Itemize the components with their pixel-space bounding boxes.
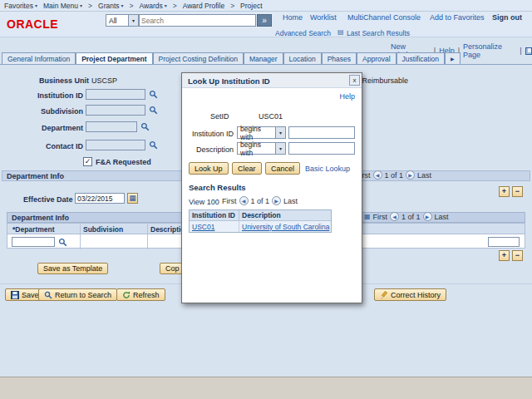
close-icon[interactable]: x [349, 75, 360, 86]
institution-id-lookup-icon[interactable] [149, 90, 158, 99]
tab-approval[interactable]: Approval [357, 52, 397, 65]
institution-id-field[interactable] [86, 89, 145, 100]
sign-out-link[interactable]: Sign out [492, 13, 522, 22]
chevron-down-icon[interactable]: ▾ [275, 127, 285, 138]
modal-title: Look Up Institution ID [188, 76, 270, 86]
look-up-button[interactable]: Look Up [189, 162, 229, 175]
clear-button[interactable]: Clear [232, 162, 262, 175]
contact-id-field[interactable] [86, 140, 145, 150]
paginator-first[interactable]: First [222, 197, 237, 205]
modal-paginator: First ◀ 1 of 1 ▶ Last [222, 196, 298, 205]
institution-id-operator-select[interactable]: begins with ▾ [237, 126, 286, 139]
paginator-prev-icon[interactable]: ◀ [373, 170, 382, 180]
home-link[interactable]: Home [283, 13, 303, 22]
paginator-next-icon[interactable]: ▶ [423, 212, 432, 221]
tab-scroll-right-icon[interactable]: ▶ [445, 52, 461, 65]
paginator-last[interactable]: Last [417, 171, 431, 180]
breadcrumb-project[interactable]: Project [240, 2, 262, 10]
calendar-icon[interactable]: ▦ [127, 193, 138, 204]
results-header-institution-id: Institution ID [190, 210, 239, 220]
effective-date-field[interactable] [75, 193, 125, 204]
copy-url-icon[interactable] [525, 47, 532, 55]
paginator-next-icon[interactable]: ▶ [406, 170, 415, 180]
add-to-favorites-link[interactable]: Add to Favorites [430, 13, 485, 22]
subdivision-label: Subdivision [0, 107, 83, 116]
last-search-results-link[interactable]: Last Search Results [347, 29, 410, 37]
delete-row-button[interactable]: − [512, 186, 523, 197]
double-chevron-icon: » [262, 16, 267, 25]
breadcrumb-awards[interactable]: Awards ▾ [140, 2, 167, 10]
tab-phases[interactable]: Phases [322, 52, 357, 65]
operator-value: begins with [238, 140, 275, 157]
search-scope-select[interactable]: All ▾ [106, 14, 139, 27]
grid-extra-input[interactable] [488, 237, 520, 247]
tab-justification[interactable]: Justification [397, 52, 445, 65]
search-input[interactable] [139, 14, 256, 27]
result-description-link[interactable]: University of South Carolina [242, 223, 329, 231]
worklist-link[interactable]: Worklist [310, 13, 337, 22]
breadcrumb-grants[interactable]: Grants ▾ [98, 2, 124, 10]
description-search-input[interactable] [288, 142, 355, 155]
breadcrumb-favorites[interactable]: Favorites ▾ [4, 2, 37, 10]
grid-department-input[interactable] [12, 237, 55, 247]
grid-add-row-button[interactable]: + [499, 250, 510, 261]
grid-divider [80, 224, 81, 249]
breadcrumb-label: Awards [140, 2, 163, 10]
copy-button-label: Cop [165, 264, 180, 273]
breadcrumb-label: Favorites [4, 2, 33, 10]
return-to-search-button[interactable]: Return to Search [38, 288, 117, 301]
subdivision-field[interactable] [86, 105, 145, 116]
grid-department-lookup-icon[interactable] [58, 238, 67, 247]
paginator-page: 1 of 1 [401, 213, 421, 221]
pencil-icon [380, 291, 388, 299]
tab-manager[interactable]: Manager [244, 52, 283, 65]
institution-id-label: Institution ID [0, 91, 83, 100]
lookup-modal: Look Up Institution ID x Help SetID USC0… [181, 72, 362, 303]
add-row-button[interactable]: + [499, 186, 510, 197]
department-field[interactable] [86, 121, 137, 132]
tab-general-information[interactable]: General Information [2, 52, 76, 65]
correct-history-button[interactable]: Correct History [374, 288, 446, 301]
paginator-next-icon[interactable]: ▶ [272, 196, 281, 205]
breadcrumb-award-profile[interactable]: Award Profile [183, 2, 224, 10]
fa-requested-label: F&A Requested [96, 158, 151, 166]
refresh-button[interactable]: Refresh [116, 288, 165, 301]
paginator-first[interactable]: First [373, 213, 388, 221]
setid-label: SetID [210, 112, 229, 121]
paginator-last[interactable]: Last [283, 197, 298, 205]
department-grid-title: Department Info [12, 214, 69, 222]
basic-lookup-link[interactable]: Basic Lookup [305, 165, 350, 173]
result-institution-id-link[interactable]: USC01 [192, 223, 214, 231]
peoplesoft-window: Favorites ▾ Main Menu ▾ > Grants ▾ > Awa… [0, 0, 532, 399]
modal-help-link[interactable]: Help [339, 92, 355, 101]
description-operator-select[interactable]: begins with ▾ [237, 142, 286, 155]
personalize-page-link[interactable]: Personalize Page [463, 42, 516, 59]
paginator-last[interactable]: Last [435, 213, 449, 221]
contact-id-lookup-icon[interactable] [149, 140, 158, 150]
grid-icon[interactable]: ▦ [364, 213, 371, 220]
fa-requested-checkbox[interactable]: ✓ [83, 157, 92, 166]
breadcrumb-main-menu[interactable]: Main Menu ▾ [43, 2, 82, 10]
column-header-subdivision: Subdivision [83, 225, 123, 234]
chevron-down-icon[interactable]: ▾ [275, 143, 285, 154]
pagebar-separator: | [520, 47, 521, 55]
institution-id-search-input[interactable] [288, 126, 355, 139]
grid-delete-row-button[interactable]: − [512, 250, 523, 261]
tab-location[interactable]: Location [283, 52, 322, 65]
multichannel-console-link[interactable]: MultiChannel Console [347, 13, 421, 22]
subdivision-lookup-icon[interactable] [149, 106, 158, 115]
department-lookup-icon[interactable] [140, 122, 150, 131]
tab-project-department[interactable]: Project Department [76, 52, 152, 65]
save-as-template-button[interactable]: Save as Template [37, 263, 108, 274]
save-as-template-label: Save as Template [43, 264, 102, 273]
advanced-search-link[interactable]: Advanced Search [275, 29, 331, 37]
tab-project-costing-definition[interactable]: Project Costing Definition [153, 52, 244, 65]
view-100-link[interactable]: View 100 [189, 198, 219, 206]
paginator-prev-icon[interactable]: ◀ [390, 212, 399, 221]
chevron-down-icon[interactable]: ▾ [128, 15, 138, 26]
search-go-button[interactable]: » [257, 14, 272, 27]
paginator-prev-icon[interactable]: ◀ [239, 196, 249, 205]
grid-paginator: ▦ First ◀ 1 of 1 ▶ Last [364, 212, 449, 221]
cancel-button[interactable]: Cancel [265, 162, 300, 175]
breadcrumb-label: Grants [98, 2, 120, 10]
